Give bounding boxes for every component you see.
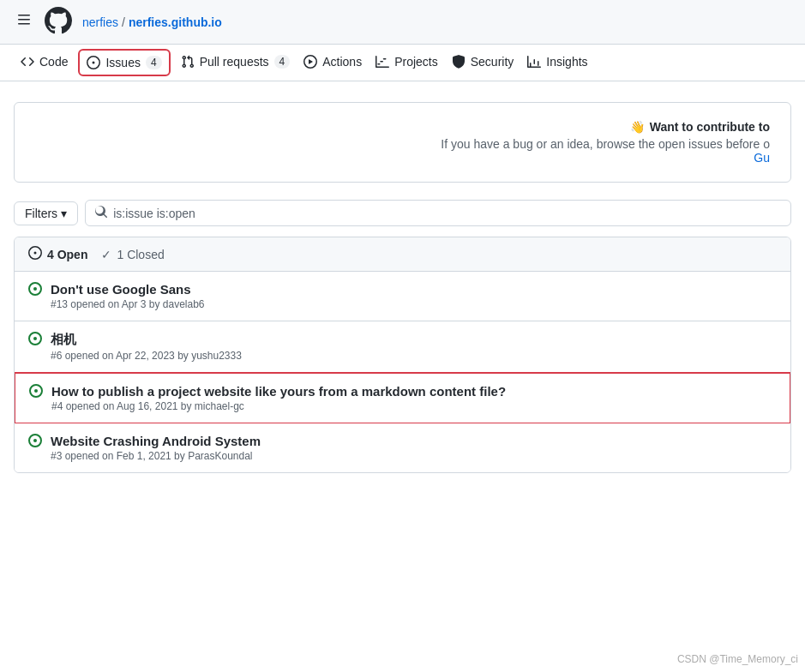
security-icon — [452, 55, 466, 69]
issues-header: 4 Open ✓ 1 Closed — [15, 237, 790, 272]
issue-meta: #6 opened on Apr 22, 2023 by yushu2333 — [51, 350, 777, 362]
top-nav: nerfies / nerfies.github.io — [0, 0, 805, 45]
code-icon — [21, 55, 34, 69]
breadcrumb-separator: / — [122, 15, 125, 29]
tab-code[interactable]: Code — [14, 45, 75, 81]
issue-title[interactable]: Website Crashing Android System — [51, 434, 777, 448]
closed-issues-label: 1 Closed — [117, 248, 164, 261]
projects-icon — [375, 55, 389, 69]
tab-issues[interactable]: Issues 4 — [78, 49, 170, 76]
search-query: is:issue is:open — [113, 207, 195, 220]
open-issues-label: 4 Open — [47, 248, 87, 261]
open-issue-icon — [29, 384, 43, 398]
pull-requests-badge: 4 — [274, 55, 291, 69]
tab-projects[interactable]: Projects — [369, 45, 445, 81]
open-issues-button[interactable]: 4 Open — [28, 246, 87, 262]
repo-tab-bar: Code Issues 4 Pull requests 4 Actions Pr… — [0, 45, 805, 81]
issue-meta: #13 opened on Apr 3 by davelab6 — [51, 298, 777, 310]
open-issue-icon — [28, 282, 42, 296]
filters-chevron-icon: ▾ — [61, 207, 67, 220]
issue-content: How to publish a project website like yo… — [51, 384, 776, 412]
open-issue-icon — [28, 434, 42, 447]
issue-title[interactable]: How to publish a project website like yo… — [51, 384, 776, 399]
tab-issues-label: Issues — [105, 56, 140, 69]
issue-row: How to publish a project website like yo… — [14, 372, 791, 424]
issues-container: 4 Open ✓ 1 Closed Don't use Google Sans … — [14, 237, 791, 473]
contribute-link[interactable]: Gu — [754, 151, 770, 165]
filter-bar: Filters ▾ is:issue is:open — [14, 200, 791, 226]
issues-badge: 4 — [146, 56, 162, 69]
tab-actions-label: Actions — [322, 55, 362, 69]
tab-security[interactable]: Security — [445, 45, 521, 81]
filters-label: Filters — [25, 207, 57, 220]
check-icon: ✓ — [101, 248, 111, 261]
tab-pull-requests[interactable]: Pull requests 4 — [174, 45, 297, 81]
closed-issues-button[interactable]: ✓ 1 Closed — [101, 248, 164, 261]
contribute-title: Want to contribute to — [650, 120, 770, 134]
main-content: 👋 Want to contribute to If you have a bu… — [0, 81, 805, 494]
breadcrumb: nerfies / nerfies.github.io — [82, 15, 222, 29]
issue-meta: #3 opened on Feb 1, 2021 by ParasKoundal — [51, 450, 777, 462]
issue-author[interactable]: ParasKoundal — [188, 450, 252, 462]
tab-pull-requests-label: Pull requests — [200, 55, 269, 69]
issue-content: Don't use Google Sans #13 opened on Apr … — [51, 282, 777, 310]
repo-name[interactable]: nerfies.github.io — [129, 15, 222, 29]
issue-row: Don't use Google Sans #13 opened on Apr … — [15, 272, 790, 321]
tab-actions[interactable]: Actions — [297, 45, 369, 81]
issue-title[interactable]: 相机 — [51, 332, 777, 348]
issue-content: Website Crashing Android System #3 opene… — [51, 434, 777, 462]
search-icon — [94, 205, 108, 221]
org-name[interactable]: nerfies — [82, 15, 118, 29]
issue-content: 相机 #6 opened on Apr 22, 2023 by yushu233… — [51, 332, 777, 362]
insights-icon — [527, 55, 541, 69]
tab-projects-label: Projects — [394, 55, 438, 69]
issue-row: Website Crashing Android System #3 opene… — [15, 423, 790, 472]
issue-meta: #4 opened on Aug 16, 2021 by michael-gc — [51, 400, 776, 412]
issues-icon — [87, 56, 100, 69]
issue-title[interactable]: Don't use Google Sans — [51, 282, 777, 297]
tab-security-label: Security — [471, 55, 514, 69]
filters-button[interactable]: Filters ▾ — [14, 201, 78, 225]
issue-author[interactable]: davelab6 — [163, 298, 205, 310]
contribute-banner: 👋 Want to contribute to If you have a bu… — [14, 102, 791, 183]
tab-insights[interactable]: Insights — [520, 45, 594, 81]
search-box[interactable]: is:issue is:open — [85, 200, 791, 226]
hamburger-button[interactable] — [14, 9, 34, 34]
open-issue-icon — [28, 332, 42, 345]
tab-code-label: Code — [39, 55, 68, 69]
github-logo[interactable] — [45, 7, 72, 37]
pull-requests-icon — [181, 55, 195, 69]
actions-icon — [303, 55, 317, 69]
contribute-description: If you have a bug or an idea, browse the… — [35, 137, 770, 151]
wave-emoji: 👋 — [630, 120, 645, 134]
issue-author[interactable]: michael-gc — [195, 400, 244, 412]
tab-insights-label: Insights — [546, 55, 587, 69]
open-icon — [28, 246, 42, 262]
issues-list: Don't use Google Sans #13 opened on Apr … — [15, 272, 790, 472]
issue-author[interactable]: yushu2333 — [191, 350, 242, 362]
issue-row: 相机 #6 opened on Apr 22, 2023 by yushu233… — [15, 321, 790, 373]
